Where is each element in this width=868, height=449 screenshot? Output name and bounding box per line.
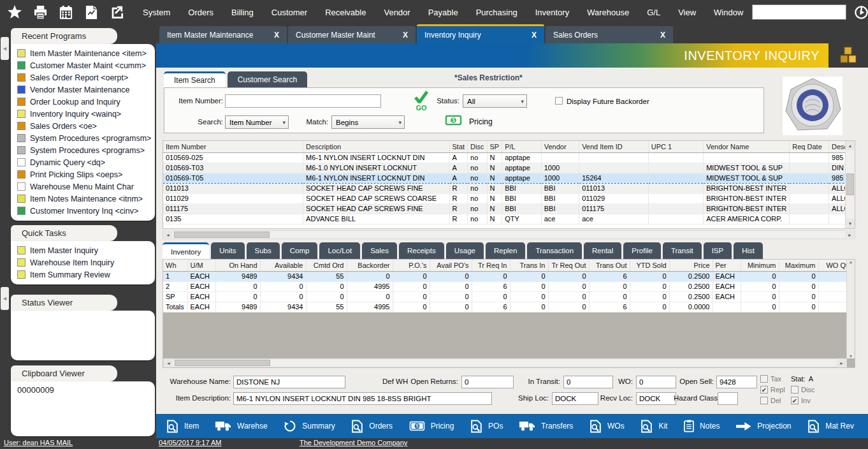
toolbar-orders[interactable]: Orders: [351, 420, 393, 433]
tab-customer-master-maint[interactable]: Customer Master MaintX: [288, 26, 416, 43]
item-row[interactable]: 0135ADVANCE BILLRnoNQTYaceaceACER AMERIC…: [163, 214, 855, 224]
item-row[interactable]: 011029SOCKET HEAD CAP SCREWS COARSERnoNB…: [163, 193, 855, 203]
scroll-left-icon[interactable]: ◄: [163, 230, 173, 240]
menu-inventory[interactable]: Inventory: [526, 8, 578, 17]
menu-system[interactable]: System: [134, 8, 179, 17]
sidebar-item-system-procedures-programsm[interactable]: System Procedures <programsm>: [11, 132, 155, 144]
match-select[interactable]: Begins ▾: [331, 115, 405, 129]
tab-inventory-inquiry[interactable]: Inventory InquiryX: [417, 24, 544, 43]
column-header-cmtd-ord[interactable]: Cmtd Ord: [306, 260, 347, 271]
warehouse-row[interactable]: SPEACH000000000000.2500EACH000: [163, 291, 854, 302]
tab-profile[interactable]: Profile: [623, 242, 661, 259]
menu-view[interactable]: View: [669, 8, 705, 17]
column-header-tr-req-in[interactable]: Tr Req In: [472, 260, 510, 271]
company-name[interactable]: The Development Demo Company: [300, 439, 407, 446]
tab-customer-search[interactable]: Customer Search: [228, 71, 307, 87]
calendar-icon[interactable]: [57, 4, 74, 20]
column-header-disc[interactable]: Disc: [468, 141, 487, 152]
tab-loc-lot[interactable]: Loc/Lot: [319, 242, 360, 259]
open-returns-field[interactable]: [461, 376, 514, 388]
pricing-icon[interactable]: $: [445, 115, 462, 128]
tab-inventory[interactable]: Inventory: [163, 242, 209, 259]
checkbox-inv[interactable]: ✔Inv: [791, 396, 814, 405]
column-header-backorder[interactable]: Backorder: [347, 260, 393, 271]
items-vertical-scrollbar[interactable]: ▲ ▼: [845, 141, 855, 228]
scroll-down-icon[interactable]: ▼: [849, 354, 853, 358]
tab-item-master-maintenance[interactable]: Item Master MaintenanceX: [159, 26, 287, 43]
scrollbar-thumb[interactable]: [174, 232, 270, 238]
sidebar-item-order-lookup-and-inquiry[interactable]: Order Lookup and Inquiry: [11, 96, 155, 108]
column-header-p-o-s[interactable]: P.O.'s: [393, 260, 430, 271]
menu-vendor[interactable]: Vendor: [375, 8, 419, 17]
item-row[interactable]: 010569-T05M6-1 NYLON INSERT LOCKNUT DINA…: [163, 173, 855, 183]
close-icon[interactable]: X: [403, 31, 408, 40]
toolbar-wos[interactable]: WOs: [590, 420, 625, 433]
sidebar-item-item-notes-maintenance-itnm[interactable]: Item Notes Maintenance <itnm>: [11, 193, 155, 205]
wo-field[interactable]: [636, 376, 676, 388]
tab-usage[interactable]: Usage: [446, 242, 484, 259]
ship-loc-field[interactable]: [552, 392, 598, 405]
column-header-available[interactable]: Available: [260, 260, 306, 271]
column-header-p-l[interactable]: P/L: [502, 141, 542, 152]
inventory-horizontal-scrollbar[interactable]: ◄ ►: [163, 358, 847, 367]
power-icon[interactable]: [846, 5, 868, 20]
scroll-right-icon[interactable]: ►: [845, 230, 855, 240]
menu-window[interactable]: Window: [705, 8, 752, 17]
column-header-price[interactable]: Price: [669, 260, 712, 271]
menu-customer[interactable]: Customer: [263, 8, 316, 17]
scroll-right-icon[interactable]: ►: [837, 358, 846, 368]
warehouse-name-field[interactable]: [233, 376, 345, 388]
column-header-per[interactable]: Per: [712, 260, 741, 271]
toolbar-warehse[interactable]: Warehse: [215, 421, 268, 431]
column-header-item-number[interactable]: Item Number: [163, 141, 303, 152]
sidebar-collapse-button[interactable]: ◄: [1, 37, 9, 60]
warehouse-row[interactable]: TotalsEACH9489943455499500600600.0000000: [163, 302, 854, 312]
items-horizontal-scrollbar[interactable]: ◄ ►: [163, 230, 855, 239]
sidebar-item-item-master-maintenance-item[interactable]: Item Master Maintenance <item>: [11, 47, 155, 59]
recv-loc-field[interactable]: [636, 392, 676, 405]
scroll-left-icon[interactable]: ◄: [164, 358, 173, 368]
checkbox-repl[interactable]: ✔Repl: [760, 385, 785, 394]
column-header-tr-req-out[interactable]: Tr Req Out: [548, 260, 589, 271]
column-header-trans-in[interactable]: Trans In: [510, 260, 548, 271]
toolbar-notes[interactable]: Notes: [684, 420, 720, 432]
scrollbar-thumb[interactable]: [175, 360, 270, 366]
warehouse-row[interactable]: 1EACH9489943455000000600.2500EACH000: [163, 271, 854, 281]
column-header-upc-1[interactable]: UPC 1: [648, 141, 703, 152]
tab-comp[interactable]: Comp: [282, 242, 318, 259]
item-number-input[interactable]: [225, 94, 381, 108]
scroll-up-icon[interactable]: ▲: [849, 260, 853, 264]
sidebar-item-item-summary-review[interactable]: Item Summary Review: [11, 269, 155, 281]
column-header-sp[interactable]: SP: [487, 141, 502, 152]
toolbar-kit[interactable]: Kit: [640, 420, 667, 433]
item-description-field[interactable]: [233, 392, 492, 405]
sidebar-item-system-procedures-programs[interactable]: System Procedures <programs>: [11, 144, 155, 156]
menu-g-l[interactable]: G/L: [638, 8, 669, 17]
close-icon[interactable]: X: [660, 31, 665, 40]
column-header-ytd-sold[interactable]: YTD Sold: [630, 260, 669, 271]
menubar-search-input[interactable]: [752, 4, 846, 20]
toolbar-pos[interactable]: POs: [470, 420, 503, 433]
tab-sales[interactable]: Sales: [362, 242, 397, 259]
tab-units[interactable]: Units: [211, 242, 244, 259]
close-icon[interactable]: X: [532, 31, 537, 40]
scrollbar-thumb[interactable]: [846, 173, 854, 195]
sidebar-item-vendor-master-maintenance[interactable]: Vendor Master Maintenance: [11, 84, 155, 96]
search-by-select[interactable]: Item Number ▾: [225, 115, 289, 129]
column-header-maximum[interactable]: Maximum: [779, 260, 818, 271]
item-row[interactable]: 010569-025M6-1 NYLON INSERT LOCKNUT DINA…: [163, 152, 855, 163]
tab-subs[interactable]: Subs: [247, 242, 280, 259]
hazard-class-field[interactable]: [718, 392, 738, 405]
column-header-stat[interactable]: Stat: [449, 141, 468, 152]
menu-billing[interactable]: Billing: [222, 8, 263, 17]
toolbar-transfers[interactable]: Transfers: [519, 421, 573, 431]
display-future-backorder-checkbox[interactable]: [555, 97, 563, 105]
warehouse-row[interactable]: 2EACH000499500600000.2500EACH000: [163, 281, 854, 291]
report-icon[interactable]: [83, 4, 99, 20]
tab-rental[interactable]: Rental: [584, 242, 621, 259]
sidebar-item-dynamic-query-dq[interactable]: Dynamic Query <dq>: [11, 156, 155, 168]
column-header-vendor[interactable]: Vendor: [541, 141, 579, 152]
column-header-req-date[interactable]: Req Date: [790, 141, 829, 152]
menu-warehouse[interactable]: Warehouse: [578, 8, 638, 17]
column-header-description[interactable]: Description: [303, 141, 449, 152]
